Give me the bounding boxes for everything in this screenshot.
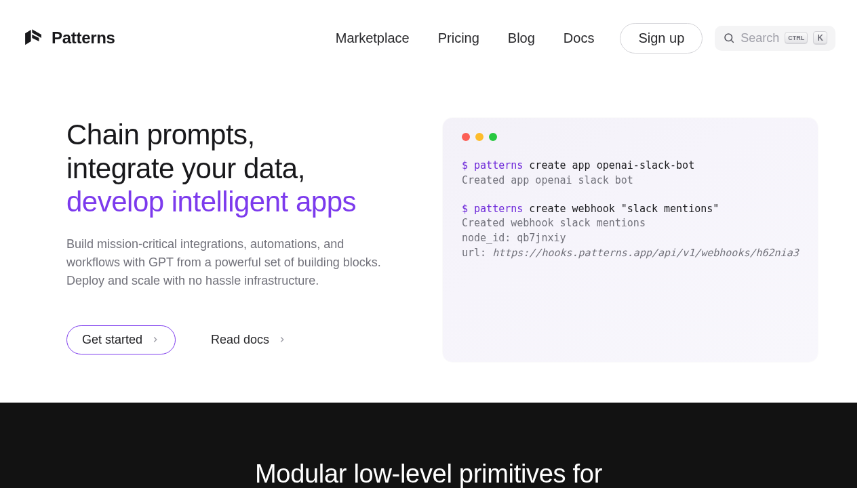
terminal-output: url: https://hooks.patterns.app/api/v1/w… [462, 246, 799, 261]
logo-icon [22, 26, 45, 49]
hero-subtitle: Build mission-critical integrations, aut… [66, 235, 395, 290]
nav-right: Marketplace Pricing Blog Docs Sign up Se… [336, 23, 835, 54]
get-started-button[interactable]: Get started [66, 325, 176, 354]
hero-title-line2: integrate your data, [66, 152, 305, 184]
nav-link-pricing[interactable]: Pricing [438, 30, 479, 46]
terminal-args: create app openai-slack-bot [523, 159, 694, 171]
search-icon [723, 32, 735, 44]
terminal-output: Created app openai slack bot [462, 174, 799, 188]
kbd-k: K [813, 31, 827, 45]
nav-link-marketplace[interactable]: Marketplace [336, 30, 410, 46]
brand-logo[interactable]: Patterns [22, 26, 115, 49]
chevron-right-icon [151, 335, 160, 344]
terminal-output-prefix: url: [462, 247, 492, 259]
terminal-body: $ patterns create app openai-slack-bot C… [462, 159, 799, 261]
get-started-label: Get started [82, 333, 142, 347]
top-nav: Patterns Marketplace Pricing Blog Docs S… [0, 0, 857, 56]
terminal-line: $ patterns create webhook "slack mention… [462, 202, 799, 217]
terminal-args: create webhook "slack mentions" [523, 203, 719, 215]
hero-copy: Chain prompts, integrate your data, deve… [66, 118, 402, 362]
nav-links: Marketplace Pricing Blog Docs [336, 30, 595, 46]
svg-point-0 [725, 34, 732, 41]
terminal-output-url: https://hooks.patterns.app/api/v1/webhoo… [492, 247, 799, 259]
terminal-preview: $ patterns create app openai-slack-bot C… [443, 118, 818, 362]
search-placeholder: Search [741, 31, 779, 45]
terminal-line: $ patterns create app openai-slack-bot [462, 159, 799, 174]
dark-heading: Modular low-level primitives for develop… [191, 458, 666, 488]
minimize-dot-icon [475, 133, 484, 141]
hero-title-line1: Chain prompts, [66, 119, 255, 150]
kbd-ctrl: CTRL [785, 32, 808, 44]
window-controls [462, 133, 799, 141]
svg-line-1 [732, 40, 734, 42]
hero: Chain prompts, integrate your data, deve… [0, 56, 857, 403]
terminal-output: node_id: qb7jnxiy [462, 231, 799, 246]
hero-ctas: Get started Read docs [66, 325, 402, 354]
nav-link-blog[interactable]: Blog [508, 30, 535, 46]
dark-section: Modular low-level primitives for develop… [0, 403, 857, 488]
zoom-dot-icon [489, 133, 497, 141]
terminal-output: Created webhook slack mentions [462, 216, 799, 231]
close-dot-icon [462, 133, 470, 141]
nav-link-docs[interactable]: Docs [564, 30, 595, 46]
hero-title-line3: develop intelligent apps [66, 186, 356, 218]
terminal-cmd: patterns [474, 203, 523, 215]
signup-button[interactable]: Sign up [620, 23, 703, 54]
read-docs-button[interactable]: Read docs [211, 333, 287, 347]
terminal-prompt: $ [462, 159, 468, 171]
terminal-cmd: patterns [474, 159, 523, 171]
search-button[interactable]: Search CTRL K [715, 26, 835, 51]
read-docs-label: Read docs [211, 333, 269, 347]
brand-name: Patterns [52, 28, 115, 47]
dark-heading-line1: Modular low-level primitives for [255, 460, 602, 488]
chevron-right-icon [277, 335, 287, 344]
terminal-prompt: $ [462, 203, 468, 215]
hero-title: Chain prompts, integrate your data, deve… [66, 118, 402, 219]
